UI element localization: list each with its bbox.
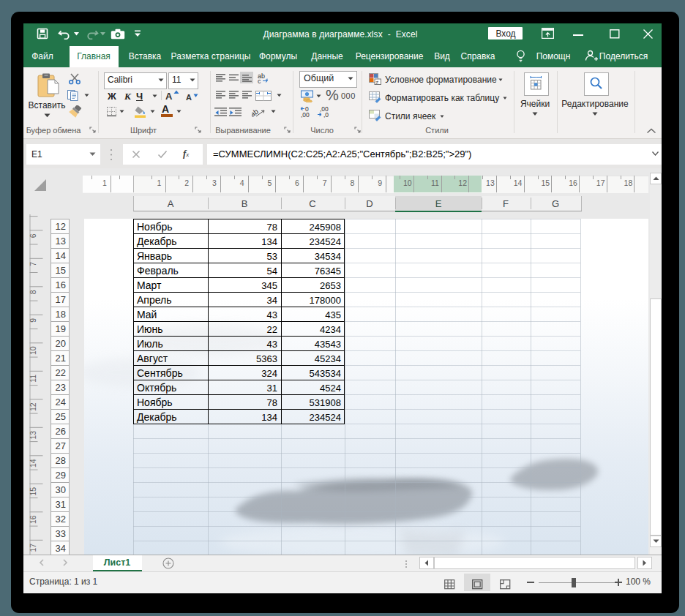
- svg-text:15: 15: [29, 487, 37, 496]
- svg-text:16: 16: [29, 515, 37, 524]
- svg-text:17: 17: [29, 544, 37, 552]
- svg-text:13: 13: [29, 431, 37, 440]
- svg-text:8: 8: [29, 290, 37, 294]
- svg-text:≠: ≠: [376, 80, 379, 85]
- svg-text:7: 7: [29, 262, 37, 266]
- svg-text:10: 10: [29, 346, 37, 355]
- svg-text:12: 12: [29, 402, 37, 411]
- svg-text:c: c: [258, 78, 261, 83]
- svg-text:,0: ,0: [323, 111, 329, 118]
- svg-text:14: 14: [29, 459, 37, 467]
- svg-text:11: 11: [29, 375, 37, 383]
- svg-text:9: 9: [29, 318, 37, 323]
- svg-text:6: 6: [29, 233, 37, 238]
- svg-text:ab: ab: [252, 107, 260, 118]
- svg-text:,00: ,00: [301, 111, 310, 118]
